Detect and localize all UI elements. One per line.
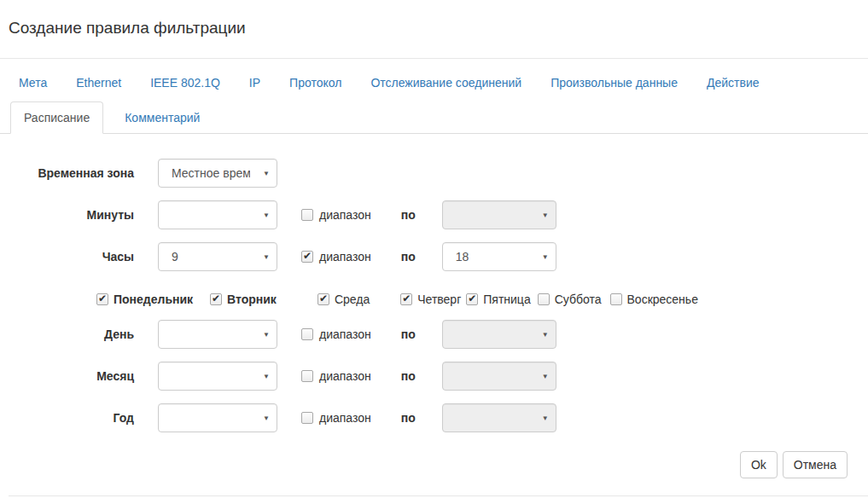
page-title: Создание правила фильтрации: [0, 0, 868, 38]
day-select[interactable]: ▼: [158, 320, 277, 349]
secondary-tab-bar: Расписание Комментарий: [0, 101, 868, 134]
minutes-to-label: по: [401, 208, 416, 222]
day-to-select[interactable]: ▼: [442, 320, 556, 349]
weekday-thursday: Четверг: [400, 293, 461, 306]
hours-select[interactable]: 9 ▼: [158, 242, 277, 271]
hours-to-label: по: [401, 250, 416, 264]
chevron-down-icon: ▼: [259, 414, 270, 422]
year-range-label: диапазон: [319, 411, 371, 425]
timezone-select[interactable]: Местное время ▼: [158, 159, 277, 188]
weekday-sunday-label: Воскресенье: [627, 293, 698, 306]
primary-tab-bar: Мета Ethernet IEEE 802.1Q IP Протокол От…: [0, 59, 868, 98]
weekday-saturday-label: Суббота: [555, 293, 602, 306]
year-range-group: диапазон: [301, 411, 371, 425]
month-range-checkbox[interactable]: [301, 370, 313, 382]
day-to-label: по: [401, 327, 416, 341]
tab-meta[interactable]: Мета: [4, 67, 61, 98]
tab-comment[interactable]: Комментарий: [112, 102, 213, 133]
month-to-label: по: [401, 369, 416, 383]
month-range-group: диапазон: [301, 369, 371, 383]
month-select[interactable]: ▼: [158, 362, 277, 391]
weekday-sunday: Воскресенье: [610, 293, 698, 306]
tab-protocol[interactable]: Протокол: [275, 67, 356, 98]
day-row: День ▼ диапазон по ▼: [9, 320, 868, 349]
chevron-down-icon: ▼: [259, 253, 270, 261]
chevron-down-icon: ▼: [259, 211, 270, 219]
month-row: Месяц ▼ диапазон по ▼: [9, 362, 868, 391]
year-label: Год: [9, 411, 134, 425]
tab-connection-tracking[interactable]: Отслеживание соединений: [356, 67, 536, 98]
weekday-checkbox-row: Понедельник Вторник Среда Четверг Пятниц…: [96, 292, 868, 306]
hours-select-value: 9: [172, 250, 178, 264]
chevron-down-icon: ▼: [539, 373, 549, 380]
weekday-tuesday: Вторник: [210, 293, 277, 306]
minutes-range-group: диапазон: [301, 208, 371, 222]
tab-schedule[interactable]: Расписание: [10, 101, 103, 134]
minutes-range-label: диапазон: [319, 208, 371, 222]
weekday-wednesday-checkbox[interactable]: [317, 293, 329, 305]
chevron-down-icon: ▼: [259, 170, 270, 177]
day-range-label: диапазон: [319, 327, 371, 341]
cancel-button[interactable]: Отмена: [783, 451, 848, 478]
hours-label: Часы: [9, 250, 134, 264]
weekday-saturday-checkbox[interactable]: [538, 293, 550, 305]
weekday-tuesday-checkbox[interactable]: [210, 293, 222, 305]
month-to-select[interactable]: ▼: [442, 362, 556, 391]
weekday-monday: Понедельник: [96, 293, 193, 306]
minutes-range-checkbox[interactable]: [301, 209, 313, 221]
day-range-group: диапазон: [301, 327, 371, 341]
weekday-monday-label: Понедельник: [114, 293, 193, 306]
hours-row: Часы 9 ▼ диапазон по 18 ▼: [9, 242, 868, 271]
year-to-label: по: [401, 411, 416, 425]
month-range-label: диапазон: [319, 369, 371, 383]
weekday-wednesday-label: Среда: [335, 293, 370, 306]
minutes-label: Минуты: [9, 208, 134, 222]
minutes-select[interactable]: ▼: [158, 200, 277, 229]
tab-action[interactable]: Действие: [692, 67, 774, 98]
hours-range-checkbox[interactable]: [301, 251, 313, 263]
timezone-select-value: Местное время: [172, 166, 250, 180]
year-to-select[interactable]: ▼: [442, 403, 556, 432]
year-range-checkbox[interactable]: [301, 412, 313, 424]
year-select[interactable]: ▼: [158, 403, 277, 432]
minutes-row: Минуты ▼ диапазон по ▼: [9, 200, 868, 229]
footer-divider: [9, 495, 868, 496]
tab-ethernet[interactable]: Ethernet: [61, 67, 136, 98]
chevron-down-icon: ▼: [539, 253, 549, 261]
hours-range-group: диапазон: [301, 250, 371, 264]
weekday-friday: Пятница: [466, 293, 530, 306]
hours-to-select[interactable]: 18 ▼: [442, 242, 556, 271]
tab-ieee8021q[interactable]: IEEE 802.1Q: [136, 67, 235, 98]
weekday-sunday-checkbox[interactable]: [610, 293, 622, 305]
chevron-down-icon: ▼: [259, 373, 270, 380]
weekday-saturday: Суббота: [538, 293, 602, 306]
day-range-checkbox[interactable]: [301, 328, 313, 340]
day-label: День: [9, 327, 134, 341]
month-label: Месяц: [9, 369, 134, 383]
year-row: Год ▼ диапазон по ▼: [9, 403, 868, 432]
chevron-down-icon: ▼: [539, 414, 549, 422]
chevron-down-icon: ▼: [259, 331, 270, 339]
minutes-to-select[interactable]: ▼: [442, 200, 556, 229]
weekday-friday-label: Пятница: [483, 293, 530, 306]
timezone-label: Временная зона: [9, 166, 134, 180]
chevron-down-icon: ▼: [539, 211, 549, 219]
create-filter-rule-dialog: Создание правила фильтрации Мета Etherne…: [0, 0, 868, 504]
ok-button[interactable]: Ok: [740, 451, 778, 478]
dialog-actions: Ok Отмена: [9, 451, 868, 478]
weekday-thursday-checkbox[interactable]: [400, 293, 412, 305]
chevron-down-icon: ▼: [539, 331, 549, 339]
hours-to-select-value: 18: [456, 250, 469, 264]
tab-arbitrary-data[interactable]: Произвольные данные: [536, 67, 692, 98]
weekday-wednesday: Среда: [317, 293, 370, 306]
weekday-thursday-label: Четверг: [417, 293, 461, 306]
weekday-tuesday-label: Вторник: [227, 293, 277, 306]
tab-ip[interactable]: IP: [235, 67, 275, 98]
weekday-monday-checkbox[interactable]: [96, 293, 108, 305]
timezone-row: Временная зона Местное время ▼: [9, 159, 868, 188]
hours-range-label: диапазон: [319, 250, 371, 264]
weekday-friday-checkbox[interactable]: [466, 293, 478, 305]
schedule-form: Временная зона Местное время ▼ Минуты ▼ …: [0, 134, 868, 496]
